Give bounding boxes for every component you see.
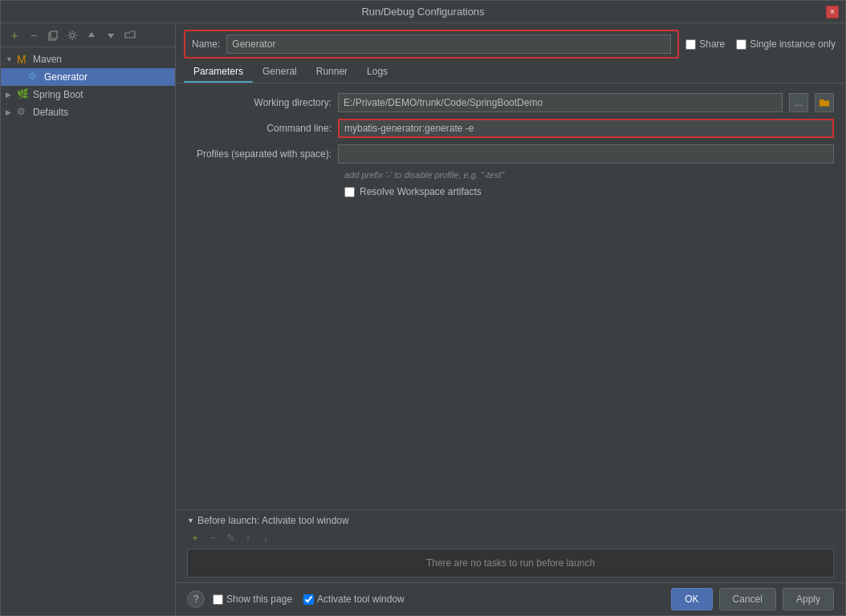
tab-general[interactable]: General — [253, 62, 307, 83]
working-dir-browse-button[interactable]: ... — [789, 93, 808, 112]
config-settings-button[interactable] — [63, 26, 81, 44]
maven-label: Maven — [33, 54, 62, 65]
defaults-label: Defaults — [33, 107, 68, 118]
activate-tool-checkbox[interactable] — [303, 594, 314, 605]
working-dir-row: Working directory: ... — [187, 93, 834, 112]
tree-item-defaults[interactable]: ▶ ⚙ Defaults — [1, 103, 175, 121]
title-bar: Run/Debug Configurations × — [1, 1, 845, 23]
resolve-workspace-label[interactable]: Resolve Workspace artifacts — [360, 186, 482, 197]
tabs-bar: Parameters General Runner Logs — [176, 62, 845, 83]
profiles-row: Profiles (separated with space): — [187, 144, 834, 164]
maven-icon: M — [17, 53, 30, 66]
profiles-label: Profiles (separated with space): — [187, 148, 331, 160]
tree-item-maven[interactable]: ▼ M Maven — [1, 51, 175, 68]
left-toolbar: + − — [1, 23, 175, 47]
bl-remove-button[interactable]: − — [205, 529, 221, 545]
main-window: Run/Debug Configurations × + − — [0, 0, 846, 616]
svg-rect-1 — [51, 31, 57, 38]
defaults-icon: ⚙ — [17, 106, 30, 119]
spring-boot-arrow: ▶ — [6, 91, 17, 99]
tree-item-generator[interactable]: ⚙ Generator — [1, 68, 175, 86]
share-checkbox-label[interactable]: Share — [685, 38, 725, 50]
spring-boot-label: Spring Boot — [33, 89, 83, 100]
left-panel: + − — [1, 23, 176, 615]
generator-arrow — [17, 73, 28, 81]
move-up-button[interactable] — [83, 26, 100, 44]
bottom-bar: ? Show this page Activate tool window OK… — [176, 582, 845, 615]
main-content: + − — [1, 23, 845, 615]
generator-label: Generator — [44, 71, 87, 83]
command-line-row: Command line: — [187, 119, 834, 138]
tab-logs[interactable]: Logs — [357, 62, 397, 83]
bl-add-button[interactable]: + — [187, 529, 203, 545]
name-section: Name: — [184, 30, 679, 59]
name-field-label: Name: — [192, 38, 220, 50]
resolve-workspace-checkbox[interactable] — [344, 187, 355, 197]
before-launch-title: Before launch: Activate tool window — [197, 515, 349, 526]
activate-tool-text: Activate tool window — [317, 594, 405, 605]
bl-edit-button[interactable]: ✎ — [222, 529, 238, 545]
resolve-workspace-row: Resolve Workspace artifacts — [344, 186, 834, 197]
profiles-input[interactable] — [338, 144, 834, 164]
working-dir-input[interactable] — [338, 93, 783, 112]
activate-tool-label[interactable]: Activate tool window — [303, 594, 405, 605]
tab-runner[interactable]: Runner — [307, 62, 357, 83]
add-config-button[interactable]: + — [6, 26, 23, 44]
show-page-text: Show this page — [226, 594, 292, 605]
bottom-left: Show this page Activate tool window — [213, 594, 663, 605]
right-panel: Name: Share Single instance only Param — [176, 23, 845, 615]
before-launch-arrow: ▼ — [187, 517, 194, 525]
before-launch-empty: There are no tasks to run before launch — [187, 549, 834, 578]
options-area: Share Single instance only — [685, 38, 836, 50]
config-tree: ▼ M Maven ⚙ Generator ▶ 🌿 Spring Boot — [1, 47, 175, 615]
spring-boot-icon: 🌿 — [17, 88, 30, 101]
bl-up-button[interactable]: ↑ — [240, 529, 256, 545]
share-label: Share — [699, 38, 725, 50]
move-down-button[interactable] — [102, 26, 120, 44]
command-line-input[interactable] — [338, 119, 834, 138]
defaults-arrow: ▶ — [6, 108, 17, 116]
cancel-button[interactable]: Cancel — [719, 588, 776, 610]
remove-config-button[interactable]: − — [25, 26, 43, 44]
tree-item-spring-boot[interactable]: ▶ 🌿 Spring Boot — [1, 86, 175, 103]
share-checkbox[interactable] — [685, 39, 696, 50]
single-instance-checkbox[interactable] — [736, 39, 746, 50]
profiles-hint: add prefix '-' to disable profile, e.g. … — [344, 170, 834, 180]
bl-down-button[interactable]: ↓ — [258, 529, 274, 545]
working-dir-label: Working directory: — [187, 97, 331, 108]
working-dir-folder-button[interactable] — [815, 93, 834, 112]
bottom-right: OK Cancel Apply — [671, 588, 834, 610]
ok-button[interactable]: OK — [671, 588, 712, 610]
folder-icon — [819, 97, 830, 108]
name-input[interactable] — [226, 34, 671, 54]
before-launch-section: ▼ Before launch: Activate tool window + … — [176, 509, 845, 582]
show-page-checkbox[interactable] — [213, 594, 223, 605]
help-button[interactable]: ? — [187, 590, 205, 608]
maven-arrow: ▼ — [6, 55, 17, 63]
generator-gear-icon: ⚙ — [28, 71, 41, 83]
show-page-label[interactable]: Show this page — [213, 594, 292, 605]
window-title: Run/Debug Configurations — [361, 6, 484, 18]
svg-point-2 — [71, 33, 75, 37]
close-button[interactable]: × — [826, 6, 839, 18]
single-instance-text: Single instance only — [750, 38, 836, 50]
folder-button[interactable] — [121, 26, 139, 44]
before-launch-header: ▼ Before launch: Activate tool window — [187, 515, 834, 526]
copy-config-button[interactable] — [44, 26, 62, 44]
tab-parameters[interactable]: Parameters — [184, 62, 253, 83]
apply-button[interactable]: Apply — [783, 588, 834, 610]
parameters-form: Working directory: ... Command line: Pro… — [176, 83, 845, 509]
before-launch-toolbar: + − ✎ ↑ ↓ — [187, 529, 834, 545]
single-instance-label[interactable]: Single instance only — [736, 38, 836, 50]
command-line-label: Command line: — [187, 123, 331, 134]
